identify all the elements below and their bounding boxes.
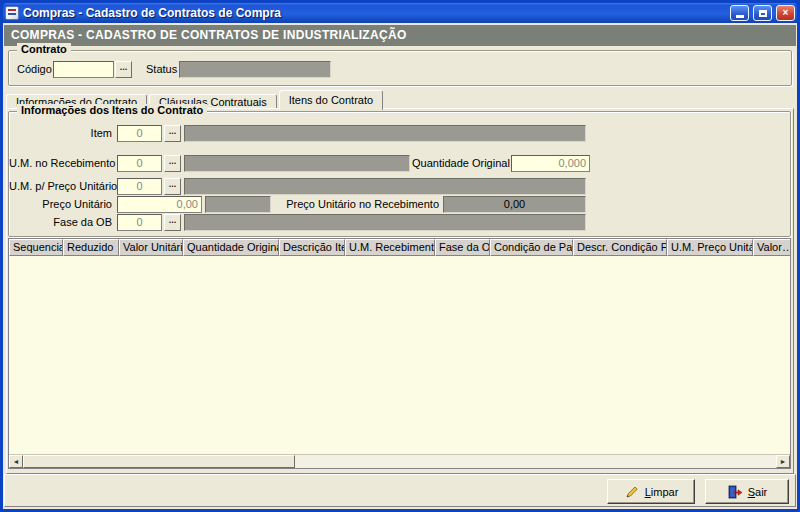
grid-column-condicao-de-pagto[interactable]: Condição de Pagto (490, 239, 573, 256)
grid-column-um-recebimento[interactable]: U.M. Recebimento (345, 239, 435, 256)
codigo-browse-button[interactable]: ... (115, 61, 132, 78)
tab-itens-do-contrato[interactable]: Itens do Contrato (279, 90, 383, 110)
client-area: COMPRAS - CADASTRO DE CONTRATOS DE INDUS… (3, 23, 797, 509)
titlebar[interactable]: Compras - Cadastro de Contratos de Compr… (3, 3, 797, 23)
um-preco-unitario-input[interactable]: 0 (117, 178, 162, 195)
preco-recebimento-label: Preço Unitário no Recebimento (281, 196, 439, 213)
grid-header-row: Sequencia Reduzido Valor Unitário Quanti… (9, 239, 790, 256)
app-icon (5, 6, 19, 20)
minimize-button[interactable] (730, 5, 749, 21)
grid-horizontal-scrollbar[interactable]: ◄ ► (9, 454, 790, 468)
grid-column-um-preco-unitario[interactable]: U.M. Preço Unitário (667, 239, 753, 256)
app-window: Compras - Cadastro de Contratos de Compr… (0, 0, 800, 512)
um-recebimento-browse-button[interactable]: ... (164, 155, 181, 172)
um-preco-unitario-label: U.M. p/ Preço Unitário (9, 178, 112, 195)
page-title: COMPRAS - CADASTRO DE CONTRATOS DE INDUS… (11, 28, 407, 42)
exit-icon (727, 484, 743, 500)
fase-ob-browse-button[interactable]: ... (164, 214, 181, 231)
maximize-button[interactable] (753, 5, 772, 21)
status-label: Status (146, 61, 177, 78)
items-group: Informações dos Itens do Contrato Item 0… (8, 111, 791, 237)
minimize-icon (736, 15, 744, 18)
um-recebimento-label: U.M. no Recebimento (9, 155, 112, 172)
grid-column-fase-da-ob[interactable]: Fase da OB (435, 239, 490, 256)
scroll-left-button[interactable]: ◄ (9, 455, 23, 468)
pencil-icon (624, 484, 640, 500)
limpar-button[interactable]: Limpar (607, 479, 695, 504)
preco-unitario-input[interactable]: 0,00 (117, 196, 202, 213)
sair-button[interactable]: Sair (705, 479, 789, 504)
grid-column-descr-condicao-pagto[interactable]: Descr. Condição Pagto (573, 239, 667, 256)
preco-unitario-aux-field (205, 196, 271, 213)
um-preco-unitario-desc-field (184, 178, 586, 195)
fase-ob-desc-field (184, 214, 586, 231)
grid-column-descricao-item[interactable]: Descrição Item (279, 239, 345, 256)
window-title: Compras - Cadastro de Contratos de Compr… (23, 6, 726, 20)
um-recebimento-desc-field (184, 155, 410, 172)
scroll-thumb[interactable] (23, 455, 295, 468)
close-button[interactable]: × (776, 5, 795, 21)
preco-unitario-label: Preço Unitário (9, 196, 112, 213)
quantidade-original-input[interactable]: 0,000 (511, 155, 590, 172)
grid-column-reduzido[interactable]: Reduzido (63, 239, 119, 256)
close-icon: × (783, 8, 789, 18)
contract-group-legend: Contrato (17, 43, 71, 55)
item-description-field (184, 125, 586, 142)
grid-column-quantidade-original[interactable]: Quantidade Original (183, 239, 279, 256)
codigo-label: Código (17, 61, 52, 78)
contract-group: Contrato Código ... Status (8, 50, 792, 86)
item-label: Item (9, 125, 112, 142)
um-preco-unitario-browse-button[interactable]: ... (164, 178, 181, 195)
status-field (179, 61, 331, 78)
limpar-label: Limpar (645, 486, 679, 498)
maximize-icon (759, 10, 767, 17)
items-grid: Sequencia Reduzido Valor Unitário Quanti… (8, 238, 791, 469)
codigo-input[interactable] (53, 61, 114, 78)
fase-ob-label: Fase da OB (9, 214, 112, 231)
footer-panel: Limpar Sair (4, 474, 796, 507)
page-header: COMPRAS - CADASTRO DE CONTRATOS DE INDUS… (4, 25, 796, 46)
items-group-legend: Informações dos Itens do Contrato (17, 104, 207, 116)
scroll-right-button[interactable]: ► (776, 455, 790, 468)
fase-ob-input[interactable]: 0 (117, 214, 162, 231)
um-recebimento-input[interactable]: 0 (117, 155, 162, 172)
quantidade-original-label: Quantidade Original (412, 155, 507, 172)
sair-label: Sair (748, 486, 768, 498)
grid-body[interactable] (9, 256, 790, 454)
grid-column-valor-unitario-2[interactable]: Valor Unitário (753, 239, 790, 256)
item-code-input[interactable]: 0 (117, 125, 162, 142)
item-browse-button[interactable]: ... (164, 125, 181, 142)
grid-column-sequencia[interactable]: Sequencia (9, 239, 63, 256)
grid-column-valor-unitario[interactable]: Valor Unitário (119, 239, 183, 256)
preco-recebimento-field: 0,00 (443, 196, 586, 213)
